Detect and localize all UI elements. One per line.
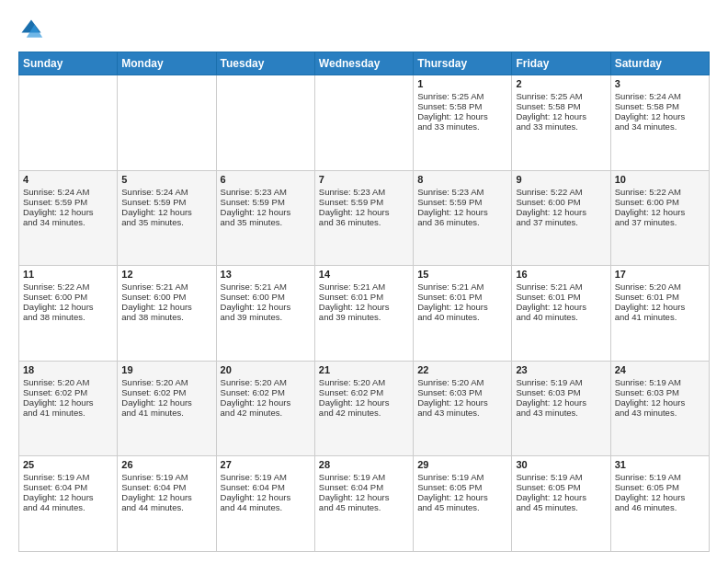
- calendar-cell: 14Sunrise: 5:21 AMSunset: 6:01 PMDayligh…: [314, 266, 413, 362]
- day-number: 11: [23, 269, 113, 280]
- day-info: Sunrise: 5:19 AM: [615, 377, 705, 387]
- day-info: Sunset: 5:59 PM: [417, 197, 507, 207]
- calendar-cell: 1Sunrise: 5:25 AMSunset: 5:58 PMDaylight…: [414, 75, 512, 171]
- day-info: and 34 minutes.: [23, 217, 113, 227]
- day-info: and 43 minutes.: [417, 408, 507, 418]
- calendar-cell: [216, 75, 314, 171]
- calendar-cell: 30Sunrise: 5:19 AMSunset: 6:05 PMDayligh…: [512, 456, 610, 552]
- logo: [18, 17, 48, 42]
- calendar-cell: [19, 75, 118, 171]
- header-row: SundayMondayTuesdayWednesdayThursdayFrid…: [19, 52, 710, 75]
- page: SundayMondayTuesdayWednesdayThursdayFrid…: [0, 0, 728, 563]
- day-info: Daylight: 12 hours: [23, 207, 113, 217]
- day-info: Sunrise: 5:19 AM: [121, 472, 211, 482]
- day-info: Sunrise: 5:21 AM: [319, 282, 409, 292]
- day-info: Sunrise: 5:25 AM: [417, 91, 507, 101]
- day-info: and 44 minutes.: [23, 502, 113, 512]
- day-info: Sunrise: 5:19 AM: [319, 472, 409, 482]
- day-info: Daylight: 12 hours: [319, 492, 409, 502]
- day-info: Daylight: 12 hours: [615, 302, 705, 312]
- day-info: Daylight: 12 hours: [417, 492, 507, 502]
- day-info: Daylight: 12 hours: [319, 302, 409, 312]
- day-info: Daylight: 12 hours: [23, 397, 113, 408]
- day-info: Sunset: 6:03 PM: [615, 387, 705, 397]
- day-number: 29: [417, 459, 507, 470]
- day-info: Sunset: 6:04 PM: [121, 482, 211, 492]
- calendar-cell: 20Sunrise: 5:20 AMSunset: 6:02 PMDayligh…: [216, 361, 314, 456]
- day-info: and 36 minutes.: [319, 217, 409, 227]
- calendar-cell: 4Sunrise: 5:24 AMSunset: 5:59 PMDaylight…: [19, 170, 118, 266]
- weekday-header: Tuesday: [216, 52, 314, 75]
- day-info: Sunrise: 5:19 AM: [615, 472, 705, 482]
- day-info: Daylight: 12 hours: [121, 302, 211, 312]
- day-number: 6: [221, 174, 311, 185]
- day-info: and 37 minutes.: [516, 217, 606, 227]
- calendar-cell: [118, 75, 216, 171]
- day-info: Daylight: 12 hours: [615, 111, 705, 121]
- day-info: and 46 minutes.: [615, 502, 705, 512]
- day-info: Sunset: 6:00 PM: [23, 292, 113, 302]
- calendar-cell: 11Sunrise: 5:22 AMSunset: 6:00 PMDayligh…: [19, 266, 118, 362]
- day-info: and 45 minutes.: [516, 502, 606, 512]
- day-info: Sunset: 5:59 PM: [23, 197, 113, 207]
- calendar-cell: 27Sunrise: 5:19 AMSunset: 6:04 PMDayligh…: [216, 456, 314, 552]
- day-info: Sunset: 5:58 PM: [615, 101, 705, 111]
- weekday-header: Friday: [512, 52, 610, 75]
- calendar-cell: 15Sunrise: 5:21 AMSunset: 6:01 PMDayligh…: [414, 266, 512, 362]
- day-info: Sunset: 6:05 PM: [417, 482, 507, 492]
- day-info: Sunset: 6:04 PM: [319, 482, 409, 492]
- day-info: Sunset: 5:59 PM: [121, 197, 211, 207]
- day-info: Daylight: 12 hours: [319, 207, 409, 217]
- day-info: Sunrise: 5:19 AM: [516, 472, 606, 482]
- day-info: and 33 minutes.: [417, 121, 507, 132]
- day-info: and 34 minutes.: [615, 121, 705, 132]
- day-info: Daylight: 12 hours: [417, 111, 507, 121]
- day-number: 26: [121, 459, 211, 470]
- day-info: Daylight: 12 hours: [516, 111, 606, 121]
- day-info: Sunset: 5:59 PM: [221, 197, 311, 207]
- calendar-week-row: 25Sunrise: 5:19 AMSunset: 6:04 PMDayligh…: [19, 456, 710, 552]
- day-info: Daylight: 12 hours: [221, 302, 311, 312]
- day-info: Sunrise: 5:22 AM: [23, 282, 113, 292]
- day-info: and 42 minutes.: [221, 408, 311, 418]
- weekday-header: Saturday: [610, 52, 709, 75]
- day-info: Sunrise: 5:19 AM: [417, 472, 507, 482]
- day-number: 1: [417, 78, 507, 89]
- day-info: Sunset: 6:00 PM: [615, 197, 705, 207]
- day-number: 17: [615, 269, 705, 280]
- day-info: Daylight: 12 hours: [23, 302, 113, 312]
- day-info: Sunrise: 5:24 AM: [121, 187, 211, 197]
- day-info: Daylight: 12 hours: [615, 207, 705, 217]
- day-number: 31: [615, 459, 705, 470]
- day-info: Sunset: 6:02 PM: [319, 387, 409, 397]
- day-info: Sunrise: 5:20 AM: [417, 377, 507, 387]
- day-info: and 38 minutes.: [121, 312, 211, 322]
- day-number: 7: [319, 174, 409, 185]
- day-info: Sunrise: 5:20 AM: [319, 377, 409, 387]
- day-info: Sunset: 6:01 PM: [516, 292, 606, 302]
- day-info: and 33 minutes.: [516, 121, 606, 132]
- header: [18, 17, 710, 42]
- day-info: Sunrise: 5:21 AM: [417, 282, 507, 292]
- day-number: 8: [417, 174, 507, 185]
- day-info: Daylight: 12 hours: [417, 207, 507, 217]
- calendar-cell: 23Sunrise: 5:19 AMSunset: 6:03 PMDayligh…: [512, 361, 610, 456]
- day-info: Sunrise: 5:19 AM: [516, 377, 606, 387]
- calendar-cell: 17Sunrise: 5:20 AMSunset: 6:01 PMDayligh…: [610, 266, 709, 362]
- day-info: Daylight: 12 hours: [516, 492, 606, 502]
- day-number: 15: [417, 269, 507, 280]
- day-info: Sunrise: 5:21 AM: [516, 282, 606, 292]
- day-info: and 45 minutes.: [319, 502, 409, 512]
- day-info: and 39 minutes.: [319, 312, 409, 322]
- day-info: Sunset: 6:03 PM: [417, 387, 507, 397]
- day-info: Daylight: 12 hours: [23, 492, 113, 502]
- day-info: Sunrise: 5:22 AM: [516, 187, 606, 197]
- day-info: and 36 minutes.: [417, 217, 507, 227]
- day-info: Sunrise: 5:19 AM: [221, 472, 311, 482]
- day-number: 25: [23, 459, 113, 470]
- day-info: Daylight: 12 hours: [417, 397, 507, 408]
- day-number: 22: [417, 364, 507, 375]
- day-number: 24: [615, 364, 705, 375]
- day-info: and 44 minutes.: [221, 502, 311, 512]
- day-info: Sunrise: 5:24 AM: [615, 91, 705, 101]
